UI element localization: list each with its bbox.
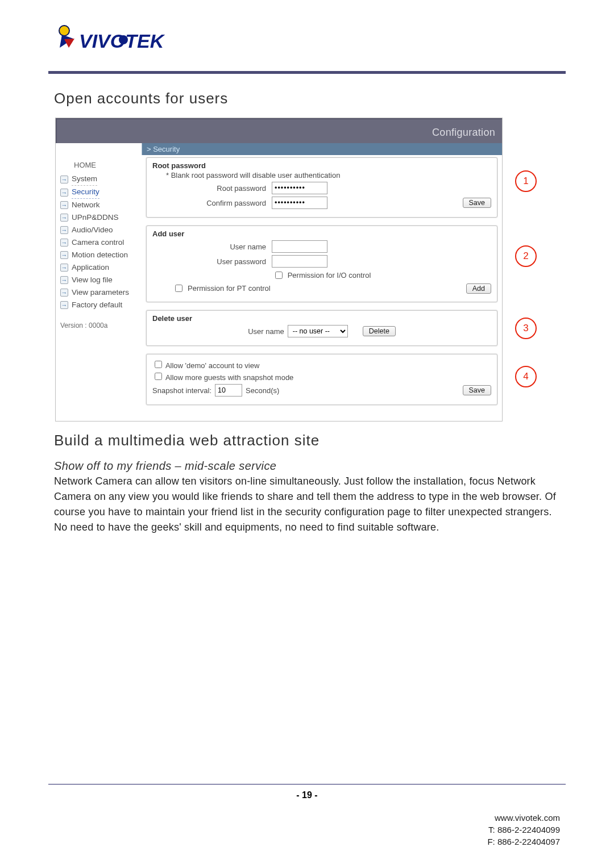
allow-guests-checkbox[interactable] [155, 373, 162, 380]
panel-delete-user: 3 Delete user User name -- no user -- De… [146, 310, 497, 346]
config-main: 1 Root password * Blank root password wi… [145, 157, 497, 413]
user-password-label: User password [152, 257, 268, 266]
expand-icon: → [60, 176, 68, 183]
expand-icon: → [60, 276, 68, 284]
allow-demo-checkbox[interactable] [155, 361, 162, 368]
panel-root-password: 1 Root password * Blank root password wi… [146, 157, 497, 218]
sidebar-item-system[interactable]: → System [60, 173, 143, 186]
annotation-marker: 4 [515, 366, 537, 387]
permission-io-checkbox[interactable] [275, 272, 283, 279]
nav-home[interactable]: HOME [74, 161, 143, 169]
config-screenshot: Configuration > Security HOME → System →… [55, 118, 503, 422]
delete-user-name-label: User name [248, 327, 284, 336]
add-user-button[interactable]: Add [466, 283, 491, 294]
sidebar-item-label: Motion detection [72, 249, 128, 261]
footer-web: www.vivotek.com [0, 812, 560, 824]
sidebar-item-security[interactable]: → Security [60, 186, 143, 199]
sidebar-item-label: Audio/Video [72, 224, 113, 236]
allow-guests-label: Allow more guests with snapshot mode [165, 373, 293, 382]
article-body: Network Camera can allow ten visitors on… [54, 474, 560, 535]
user-password-input[interactable] [272, 255, 327, 268]
breadcrumb: > Security [142, 143, 502, 155]
save-root-password-button[interactable]: Save [463, 198, 492, 208]
header-divider [48, 71, 566, 74]
panel-add-user: 2 Add user User name User password Permi… [146, 226, 497, 302]
expand-icon: → [60, 289, 68, 297]
panel-legend: Root password [152, 161, 491, 170]
permission-io-label: Permission for I/O control [288, 271, 371, 279]
page-number: - 19 - [0, 790, 614, 800]
section-heading-open-accounts: Open accounts for users [54, 90, 560, 107]
footer-tel: T: 886-2-22404099 [0, 824, 560, 836]
root-password-note: * Blank root password will disable user … [166, 171, 491, 180]
permission-pt-checkbox[interactable] [175, 285, 182, 292]
allow-demo-label: Allow 'demo' account to view [165, 361, 259, 370]
panel-legend: Delete user [152, 314, 491, 323]
sidebar-item-application[interactable]: → Application [60, 261, 143, 274]
expand-icon: → [60, 189, 68, 197]
expand-icon: → [60, 251, 68, 259]
sidebar-item-audio-video[interactable]: → Audio/Video [60, 224, 143, 236]
user-name-label: User name [152, 243, 268, 251]
footer-fax: F: 886-2-22404097 [0, 836, 560, 848]
sidebar-item-view-log-file[interactable]: → View log file [60, 274, 143, 286]
expand-icon: → [60, 264, 68, 272]
root-password-label: Root password [152, 184, 268, 193]
expand-icon: → [60, 239, 68, 247]
sidebar-item-label: Application [72, 261, 109, 274]
user-name-input[interactable] [272, 240, 327, 253]
confirm-password-input[interactable] [272, 197, 327, 209]
annotation-marker: 1 [515, 170, 537, 192]
sidebar-item-camera-control[interactable]: → Camera control [60, 236, 143, 249]
sidebar-item-label: System [72, 173, 97, 186]
sidebar-item-label: Network [72, 199, 100, 211]
sidebar-item-label: View parameters [72, 286, 129, 299]
sidebar-item-label: Security [72, 186, 99, 199]
snapshot-interval-unit: Second(s) [246, 386, 279, 395]
sidebar-item-network[interactable]: → Network [60, 199, 143, 211]
sidebar-item-label: Factory default [72, 299, 122, 311]
annotation-marker: 2 [515, 245, 537, 267]
expand-icon: → [60, 201, 68, 209]
save-options-button[interactable]: Save [463, 385, 492, 395]
sidebar: HOME → System → Security → Network [59, 157, 145, 329]
expand-icon: → [60, 214, 68, 222]
section-heading-article: Build a multimedia web attraction site [54, 432, 560, 449]
config-title: Configuration [56, 118, 502, 143]
snapshot-interval-label: Snapshot interval: [152, 386, 211, 395]
snapshot-interval-input[interactable] [215, 384, 242, 397]
panel-legend: Add user [152, 229, 491, 238]
delete-user-button[interactable]: Delete [363, 326, 396, 336]
brand-logo: VIVOTEK [54, 23, 560, 54]
page-footer: - 19 - www.vivotek.com T: 886-2-22404099… [0, 784, 614, 848]
panel-guest-options: 4 Allow 'demo' account to view Allow mor… [146, 354, 497, 405]
sidebar-item-label: Camera control [72, 236, 124, 249]
confirm-password-label: Confirm password [152, 199, 268, 207]
sidebar-item-label: View log file [72, 274, 113, 286]
root-password-input[interactable] [272, 182, 327, 194]
delete-user-select[interactable]: -- no user -- [288, 325, 348, 337]
sidebar-item-label: UPnP&DDNS [72, 211, 119, 224]
permission-pt-label: Permission for PT control [188, 284, 271, 293]
sidebar-item-motion-detection[interactable]: → Motion detection [60, 249, 143, 261]
annotation-marker: 3 [515, 318, 537, 339]
expand-icon: → [60, 301, 68, 309]
sidebar-item-factory-default[interactable]: → Factory default [60, 299, 143, 311]
sidebar-item-upnp-ddns[interactable]: → UPnP&DDNS [60, 211, 143, 224]
expand-icon: → [60, 226, 68, 234]
svg-point-0 [59, 26, 69, 36]
version-label: Version : 0000a [60, 322, 143, 329]
article-subhead: Show off to my friends – mid-scale servi… [54, 460, 560, 473]
sidebar-item-view-parameters[interactable]: → View parameters [60, 286, 143, 299]
